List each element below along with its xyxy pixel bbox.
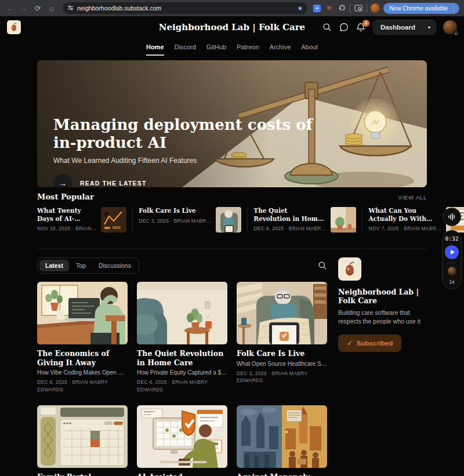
chrome-divider <box>350 4 350 12</box>
most-popular-row: What Twenty Days of AI-Assisted Developm… <box>37 207 427 232</box>
hero-title: Managing deployment costs of in-product … <box>53 116 320 151</box>
forward-icon[interactable]: → <box>19 4 29 13</box>
read-latest-label: READ THE LATEST <box>80 180 147 187</box>
post-card[interactable]: Family Portal How Care Commons keeps lon… <box>37 405 128 476</box>
play-icon <box>451 250 455 255</box>
post-title: The Quiet Revolution in Home Care <box>137 349 227 367</box>
post-card[interactable]: Folk Care Is Live What Open Source Healt… <box>237 282 327 394</box>
tab-top[interactable]: Top <box>70 260 92 271</box>
post-subtitle: How Private Equity Captured a $50 Billio… <box>137 369 227 376</box>
post-card[interactable]: The Quiet Revolution in Home Care How Pr… <box>137 282 227 394</box>
popular-item-thumbnail <box>331 207 356 232</box>
site-header: Neighborhood Lab | Folk Care 3 Dashboard… <box>0 16 464 38</box>
post-image-armchair <box>137 282 227 344</box>
popular-item[interactable]: Folk Care Is Live DEC 3, 2025 · BRIAN MA… <box>132 207 247 232</box>
hero-subtitle: What We Learned Auditing Fifteen AI Feat… <box>53 157 320 165</box>
popular-item-title: Folk Care Is Live <box>139 207 211 215</box>
play-button[interactable] <box>445 245 459 259</box>
popular-item[interactable]: The Quiet Revolution in Home Care DEC 6,… <box>247 207 362 232</box>
tab-latest[interactable]: Latest <box>39 260 69 271</box>
nav-item-home[interactable]: Home <box>146 38 164 56</box>
mini-player: 0:32 1x <box>442 230 462 289</box>
chrome-menu-icon[interactable]: ⋮ <box>451 5 457 12</box>
notification-badge: 3 <box>362 20 369 27</box>
nav-item-discord[interactable]: Discord <box>175 38 196 56</box>
popular-item-title: What Can You Actually Do With Care Commo… <box>368 207 441 223</box>
chrome-divider <box>367 4 367 12</box>
feed-tabs: Latest Top Discussions <box>37 257 139 274</box>
dashboard-button[interactable]: Dashboard ▾ <box>373 20 436 35</box>
chat-icon[interactable] <box>339 23 349 32</box>
primary-nav: Home Discord GitHub Patreon Archive Abou… <box>0 38 464 56</box>
post-card[interactable]: AI-Assisted Development Separating the h… <box>137 405 227 476</box>
publication-logo[interactable] <box>7 20 21 34</box>
post-title: The Economics of Giving It Away <box>37 349 128 367</box>
waveform-button[interactable] <box>443 208 461 226</box>
user-avatar[interactable]: ▾ <box>443 20 457 34</box>
sidebar-logo[interactable] <box>338 257 361 281</box>
nav-item-archive[interactable]: Archive <box>270 38 291 56</box>
feed-search-icon[interactable] <box>318 261 327 270</box>
post-image-elderly-tablet <box>237 282 327 344</box>
check-icon: ✓ <box>347 339 353 347</box>
player-author-avatar[interactable] <box>448 267 456 275</box>
post-image-calendar <box>37 405 128 468</box>
arrow-right-icon: → <box>53 174 72 187</box>
extension-icon-red[interactable]: ✳ <box>324 3 334 13</box>
post-meta: DEC 3, 2025 · BRIAN MABRY EDWARDS <box>237 370 327 385</box>
popular-item-title: What Twenty Days of AI-Assisted Developm… <box>37 207 96 223</box>
back-icon[interactable]: ← <box>5 4 15 13</box>
popular-item-thumbnail <box>101 207 126 232</box>
side-panel-icon[interactable] <box>354 3 363 13</box>
popular-item-meta: NOV 16, 2025 · BRIAN… <box>37 226 96 231</box>
chrome-profile-avatar[interactable] <box>371 3 380 13</box>
post-card[interactable]: The Economics of Giving It Away How Vibe… <box>37 282 128 394</box>
chevron-down-icon[interactable]: ▾ <box>423 25 436 30</box>
nav-item-patreon[interactable]: Patreon <box>237 38 259 56</box>
chrome-update-label: New Chrome available <box>389 5 448 12</box>
post-subtitle: What Open Source Healthcare Software… <box>237 361 327 367</box>
post-meta: DEC 6, 2025 · BRIAN MABRY EDWARDS <box>137 379 227 394</box>
post-meta: DEC 6, 2025 · BRIAN MABRY EDWARDS <box>37 379 128 394</box>
popular-item-meta: NOV 7, 2025 · BRIAN MABR… <box>368 226 441 231</box>
popular-item[interactable]: What Twenty Days of AI-Assisted Developm… <box>37 207 132 232</box>
tab-discussions[interactable]: Discussions <box>93 260 137 271</box>
post-card[interactable]: Against Monopoly Why the Founders Would … <box>237 405 327 476</box>
site-settings-icon[interactable] <box>67 3 74 13</box>
post-image-shield-dev <box>137 405 227 468</box>
player-time: 0:32 <box>445 235 459 242</box>
post-image-monopoly <box>237 405 327 468</box>
section-divider <box>37 249 427 249</box>
nav-item-github[interactable]: GitHub <box>206 38 226 56</box>
extension-icon-blue[interactable]: ✦ <box>313 5 321 12</box>
playback-speed[interactable]: 1x <box>449 279 455 285</box>
publication-sidebar: Neighborhood Lab | Folk Care Building ca… <box>338 257 427 476</box>
post-image-economics <box>37 282 128 344</box>
bookmark-star-icon[interactable]: ★ <box>298 5 303 12</box>
view-all-link[interactable]: VIEW ALL <box>398 194 427 201</box>
dashboard-label: Dashboard <box>374 24 422 31</box>
browser-chrome: ← → ⟳ ⌂ neighborhoodlab.substack.com ★ ✦… <box>0 0 464 16</box>
post-grid: The Economics of Giving It Away How Vibe… <box>37 282 327 476</box>
read-latest-button[interactable]: → READ THE LATEST <box>53 174 320 187</box>
post-subtitle: How Vibe Coding Makes Open Source… <box>37 369 128 376</box>
chrome-update-button[interactable]: New Chrome available ⋮ <box>383 3 459 14</box>
popular-item-thumbnail <box>216 207 241 232</box>
post-title: Family Portal <box>37 473 128 476</box>
avatar-caret-icon: ▾ <box>453 30 459 36</box>
nav-item-about[interactable]: About <box>301 38 318 56</box>
popular-item-title: The Quiet Revolution in Home Care <box>253 207 326 223</box>
post-title: Against Monopoly <box>237 473 327 476</box>
url-text[interactable]: neighborhoodlab.substack.com <box>77 5 294 12</box>
search-icon[interactable] <box>322 23 332 32</box>
bell-icon[interactable]: 3 <box>356 23 366 32</box>
sidebar-publication-title[interactable]: Neighborhood Lab | Folk Care <box>338 288 427 305</box>
home-icon[interactable]: ⌂ <box>46 4 57 13</box>
extensions-puzzle-icon[interactable] <box>337 3 346 13</box>
hero-banner[interactable]: Managing deployment costs of in-product … <box>37 60 427 187</box>
popular-item-meta: DEC 3, 2025 · BRIAN MABR… <box>139 218 211 224</box>
sidebar-publication-description: Building care software that respects the… <box>338 308 427 325</box>
url-bar[interactable]: neighborhoodlab.substack.com ★ <box>63 2 307 14</box>
subscribed-button[interactable]: ✓ Subscribed <box>338 335 401 352</box>
reload-icon[interactable]: ⟳ <box>32 4 43 13</box>
